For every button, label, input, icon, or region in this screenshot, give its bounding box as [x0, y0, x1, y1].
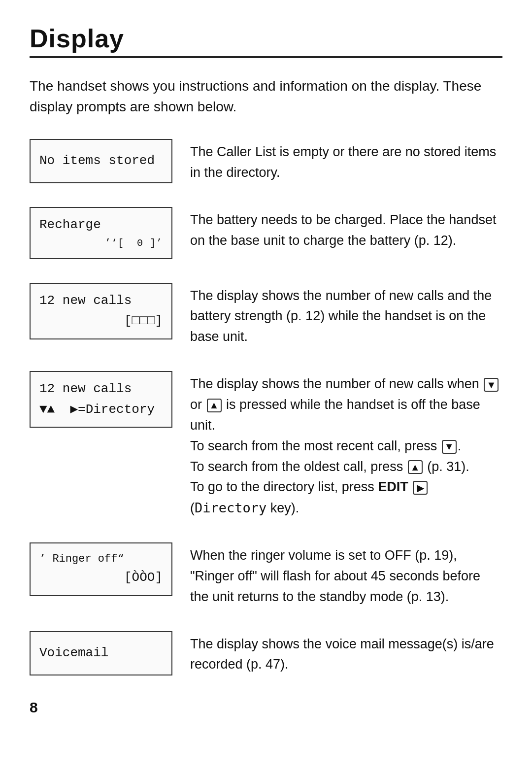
display-screen-no-items: No items stored: [30, 139, 172, 183]
screen-ringer-line1: ’ Ringer off“: [39, 550, 163, 568]
page-number: 8: [30, 699, 502, 716]
desc-no-items: The Caller List is empty or there are no…: [190, 139, 502, 183]
page-title: Display: [30, 24, 502, 58]
display-screen-new-calls-off: 12 new calls ▼▲ ▶=Directory: [30, 371, 172, 428]
desc-new-calls-off: The display shows the number of new call…: [190, 371, 502, 519]
screen-nco-line2: ▼▲ ▶=Directory: [39, 400, 163, 420]
intro-paragraph: The handset shows you instructions and i…: [30, 76, 502, 117]
display-row-recharge: Recharge ’‘[ 0 ]’ The battery needs to b…: [30, 207, 502, 259]
desc-recharge: The battery needs to be charged. Place t…: [190, 207, 502, 251]
display-screen-ringer-off: ’ Ringer off“ [ÒÒO]: [30, 542, 172, 596]
display-row-new-calls-off: 12 new calls ▼▲ ▶=Directory The display …: [30, 371, 502, 519]
desc-voicemail: The display shows the voice mail message…: [190, 631, 502, 675]
display-screen-new-calls-base: 12 new calls [□□□]: [30, 283, 172, 339]
display-row-ringer-off: ’ Ringer off“ [ÒÒO] When the ringer volu…: [30, 542, 502, 607]
down-key-icon: ▼: [442, 440, 457, 454]
display-screen-voicemail: Voicemail: [30, 631, 172, 675]
up-arrow-icon: ▲: [207, 399, 222, 412]
screen-recharge-line1: Recharge: [39, 215, 163, 236]
desc-ringer-off: When the ringer volume is set to OFF (p.…: [190, 542, 502, 607]
down-arrow-icon: ▼: [484, 378, 499, 392]
desc-new-calls-base: The display shows the number of new call…: [190, 283, 502, 348]
up-key-icon: ▲: [408, 460, 423, 474]
display-screen-recharge: Recharge ’‘[ 0 ]’: [30, 207, 172, 259]
screen-ringer-line2: [ÒÒO]: [39, 568, 163, 588]
screen-recharge-line2: ’‘[ 0 ]’: [39, 236, 163, 251]
display-row-new-calls-base: 12 new calls [□□□] The display shows the…: [30, 283, 502, 348]
screen-nco-line1: 12 new calls: [39, 379, 163, 400]
screen-ncb-line2: [□□□]: [39, 311, 163, 332]
screen-line1: No items stored: [39, 151, 163, 171]
screen-ncb-line1: 12 new calls: [39, 291, 163, 311]
right-key-icon: ▶: [413, 481, 428, 495]
screen-voicemail-line1: Voicemail: [39, 643, 163, 664]
display-row-no-items: No items stored The Caller List is empty…: [30, 139, 502, 183]
display-row-voicemail: Voicemail The display shows the voice ma…: [30, 631, 502, 675]
